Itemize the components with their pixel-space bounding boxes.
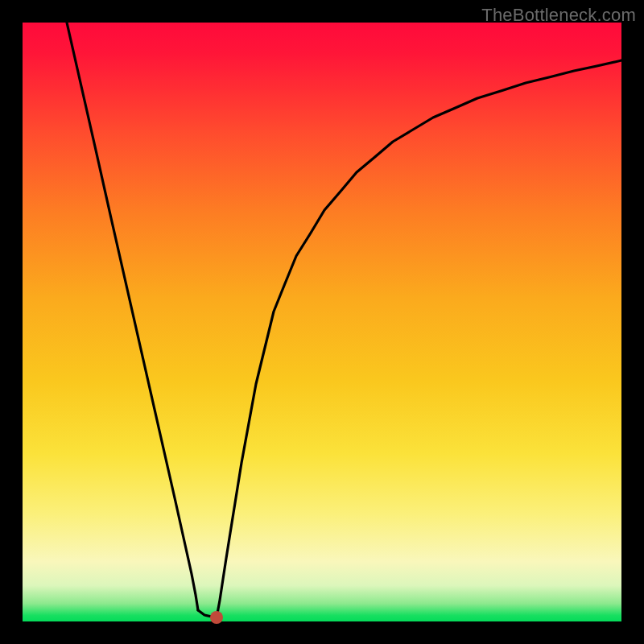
- curve-right-branch: [217, 60, 621, 617]
- outer-frame: TheBottleneck.com: [0, 0, 644, 644]
- curve-left-branch: [67, 23, 198, 610]
- plot-area: [23, 23, 621, 621]
- minimum-marker: [210, 611, 223, 624]
- watermark-text: TheBottleneck.com: [481, 5, 636, 26]
- bottleneck-curve: [23, 23, 621, 621]
